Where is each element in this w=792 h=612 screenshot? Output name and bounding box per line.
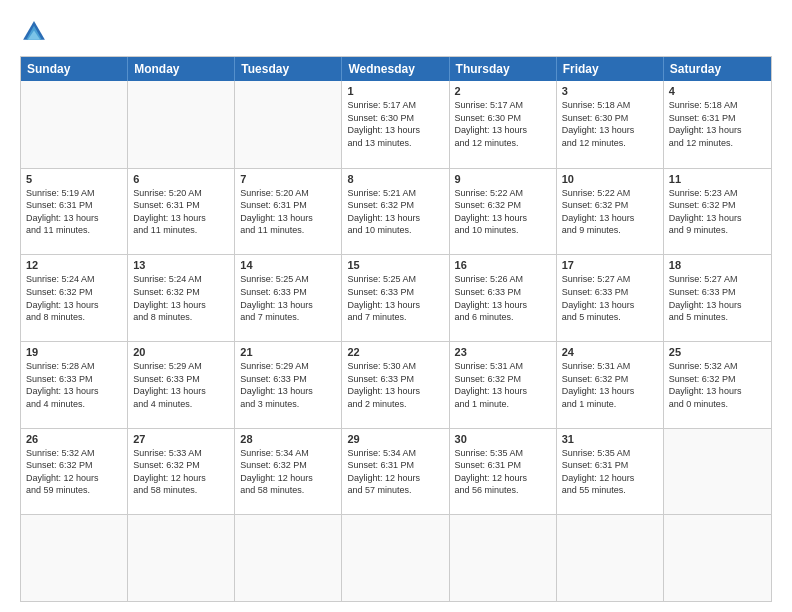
- day-info: Sunrise: 5:31 AM Sunset: 6:32 PM Dayligh…: [455, 360, 551, 410]
- day-info: Sunrise: 5:24 AM Sunset: 6:32 PM Dayligh…: [26, 273, 122, 323]
- calendar-row: 12Sunrise: 5:24 AM Sunset: 6:32 PM Dayli…: [21, 254, 771, 341]
- day-info: Sunrise: 5:18 AM Sunset: 6:30 PM Dayligh…: [562, 99, 658, 149]
- calendar-cell: [664, 515, 771, 601]
- day-number: 16: [455, 259, 551, 271]
- logo: [20, 18, 52, 46]
- day-number: 22: [347, 346, 443, 358]
- calendar-cell: 29Sunrise: 5:34 AM Sunset: 6:31 PM Dayli…: [342, 429, 449, 515]
- calendar-row: 5Sunrise: 5:19 AM Sunset: 6:31 PM Daylig…: [21, 168, 771, 255]
- calendar-cell: 26Sunrise: 5:32 AM Sunset: 6:32 PM Dayli…: [21, 429, 128, 515]
- calendar-row: 19Sunrise: 5:28 AM Sunset: 6:33 PM Dayli…: [21, 341, 771, 428]
- calendar-cell: 20Sunrise: 5:29 AM Sunset: 6:33 PM Dayli…: [128, 342, 235, 428]
- calendar-cell: 12Sunrise: 5:24 AM Sunset: 6:32 PM Dayli…: [21, 255, 128, 341]
- calendar-cell: [128, 515, 235, 601]
- calendar-cell: 5Sunrise: 5:19 AM Sunset: 6:31 PM Daylig…: [21, 169, 128, 255]
- day-number: 14: [240, 259, 336, 271]
- calendar-cell: [21, 515, 128, 601]
- calendar-body: 1Sunrise: 5:17 AM Sunset: 6:30 PM Daylig…: [21, 81, 771, 601]
- calendar-row: 26Sunrise: 5:32 AM Sunset: 6:32 PM Dayli…: [21, 428, 771, 515]
- day-number: 9: [455, 173, 551, 185]
- day-number: 8: [347, 173, 443, 185]
- day-info: Sunrise: 5:32 AM Sunset: 6:32 PM Dayligh…: [669, 360, 766, 410]
- day-info: Sunrise: 5:32 AM Sunset: 6:32 PM Dayligh…: [26, 447, 122, 497]
- calendar-cell: 10Sunrise: 5:22 AM Sunset: 6:32 PM Dayli…: [557, 169, 664, 255]
- calendar-cell: [235, 515, 342, 601]
- day-info: Sunrise: 5:24 AM Sunset: 6:32 PM Dayligh…: [133, 273, 229, 323]
- calendar-cell: 1Sunrise: 5:17 AM Sunset: 6:30 PM Daylig…: [342, 81, 449, 168]
- day-info: Sunrise: 5:21 AM Sunset: 6:32 PM Dayligh…: [347, 187, 443, 237]
- day-info: Sunrise: 5:33 AM Sunset: 6:32 PM Dayligh…: [133, 447, 229, 497]
- day-number: 27: [133, 433, 229, 445]
- day-number: 28: [240, 433, 336, 445]
- day-info: Sunrise: 5:34 AM Sunset: 6:32 PM Dayligh…: [240, 447, 336, 497]
- calendar-cell: 28Sunrise: 5:34 AM Sunset: 6:32 PM Dayli…: [235, 429, 342, 515]
- calendar-cell: 30Sunrise: 5:35 AM Sunset: 6:31 PM Dayli…: [450, 429, 557, 515]
- day-number: 30: [455, 433, 551, 445]
- day-info: Sunrise: 5:31 AM Sunset: 6:32 PM Dayligh…: [562, 360, 658, 410]
- day-info: Sunrise: 5:17 AM Sunset: 6:30 PM Dayligh…: [455, 99, 551, 149]
- calendar-cell: 7Sunrise: 5:20 AM Sunset: 6:31 PM Daylig…: [235, 169, 342, 255]
- weekday-header: Friday: [557, 57, 664, 81]
- calendar-cell: 4Sunrise: 5:18 AM Sunset: 6:31 PM Daylig…: [664, 81, 771, 168]
- calendar-cell: [557, 515, 664, 601]
- header: [20, 18, 772, 46]
- day-number: 10: [562, 173, 658, 185]
- calendar-cell: 23Sunrise: 5:31 AM Sunset: 6:32 PM Dayli…: [450, 342, 557, 428]
- day-info: Sunrise: 5:26 AM Sunset: 6:33 PM Dayligh…: [455, 273, 551, 323]
- calendar-cell: 9Sunrise: 5:22 AM Sunset: 6:32 PM Daylig…: [450, 169, 557, 255]
- day-number: 25: [669, 346, 766, 358]
- calendar-cell: 17Sunrise: 5:27 AM Sunset: 6:33 PM Dayli…: [557, 255, 664, 341]
- day-number: 18: [669, 259, 766, 271]
- day-info: Sunrise: 5:17 AM Sunset: 6:30 PM Dayligh…: [347, 99, 443, 149]
- day-number: 19: [26, 346, 122, 358]
- day-info: Sunrise: 5:19 AM Sunset: 6:31 PM Dayligh…: [26, 187, 122, 237]
- day-number: 11: [669, 173, 766, 185]
- day-info: Sunrise: 5:18 AM Sunset: 6:31 PM Dayligh…: [669, 99, 766, 149]
- weekday-header: Wednesday: [342, 57, 449, 81]
- calendar-cell: [235, 81, 342, 168]
- day-number: 26: [26, 433, 122, 445]
- calendar-cell: 15Sunrise: 5:25 AM Sunset: 6:33 PM Dayli…: [342, 255, 449, 341]
- day-number: 6: [133, 173, 229, 185]
- day-number: 12: [26, 259, 122, 271]
- calendar-cell: 3Sunrise: 5:18 AM Sunset: 6:30 PM Daylig…: [557, 81, 664, 168]
- calendar-cell: 8Sunrise: 5:21 AM Sunset: 6:32 PM Daylig…: [342, 169, 449, 255]
- day-info: Sunrise: 5:22 AM Sunset: 6:32 PM Dayligh…: [562, 187, 658, 237]
- weekday-header: Tuesday: [235, 57, 342, 81]
- weekday-header: Thursday: [450, 57, 557, 81]
- day-number: 24: [562, 346, 658, 358]
- day-number: 31: [562, 433, 658, 445]
- day-number: 23: [455, 346, 551, 358]
- calendar-cell: 11Sunrise: 5:23 AM Sunset: 6:32 PM Dayli…: [664, 169, 771, 255]
- calendar-cell: 25Sunrise: 5:32 AM Sunset: 6:32 PM Dayli…: [664, 342, 771, 428]
- day-info: Sunrise: 5:22 AM Sunset: 6:32 PM Dayligh…: [455, 187, 551, 237]
- day-info: Sunrise: 5:29 AM Sunset: 6:33 PM Dayligh…: [240, 360, 336, 410]
- day-number: 13: [133, 259, 229, 271]
- calendar-cell: [664, 429, 771, 515]
- calendar-cell: 21Sunrise: 5:29 AM Sunset: 6:33 PM Dayli…: [235, 342, 342, 428]
- calendar-cell: 18Sunrise: 5:27 AM Sunset: 6:33 PM Dayli…: [664, 255, 771, 341]
- day-info: Sunrise: 5:25 AM Sunset: 6:33 PM Dayligh…: [240, 273, 336, 323]
- calendar-header: SundayMondayTuesdayWednesdayThursdayFrid…: [21, 57, 771, 81]
- day-number: 29: [347, 433, 443, 445]
- weekday-header: Monday: [128, 57, 235, 81]
- day-info: Sunrise: 5:34 AM Sunset: 6:31 PM Dayligh…: [347, 447, 443, 497]
- weekday-header: Sunday: [21, 57, 128, 81]
- calendar-cell: 14Sunrise: 5:25 AM Sunset: 6:33 PM Dayli…: [235, 255, 342, 341]
- calendar-cell: 13Sunrise: 5:24 AM Sunset: 6:32 PM Dayli…: [128, 255, 235, 341]
- logo-icon: [20, 18, 48, 46]
- calendar-cell: 31Sunrise: 5:35 AM Sunset: 6:31 PM Dayli…: [557, 429, 664, 515]
- calendar-cell: 19Sunrise: 5:28 AM Sunset: 6:33 PM Dayli…: [21, 342, 128, 428]
- day-number: 15: [347, 259, 443, 271]
- day-number: 21: [240, 346, 336, 358]
- calendar-cell: 24Sunrise: 5:31 AM Sunset: 6:32 PM Dayli…: [557, 342, 664, 428]
- calendar-cell: [450, 515, 557, 601]
- calendar: SundayMondayTuesdayWednesdayThursdayFrid…: [20, 56, 772, 602]
- calendar-cell: [128, 81, 235, 168]
- day-info: Sunrise: 5:35 AM Sunset: 6:31 PM Dayligh…: [455, 447, 551, 497]
- calendar-row: [21, 514, 771, 601]
- calendar-cell: 16Sunrise: 5:26 AM Sunset: 6:33 PM Dayli…: [450, 255, 557, 341]
- day-number: 4: [669, 85, 766, 97]
- day-number: 17: [562, 259, 658, 271]
- day-number: 7: [240, 173, 336, 185]
